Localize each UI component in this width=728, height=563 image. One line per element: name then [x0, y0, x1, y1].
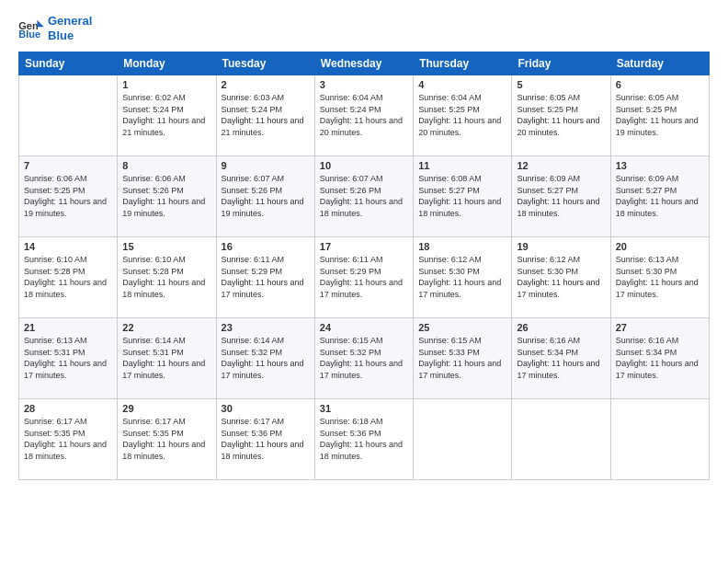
day-number: 22	[122, 322, 210, 333]
col-header-friday: Friday	[512, 52, 610, 75]
day-info: Sunrise: 6:13 AMSunset: 5:30 PMDaylight:…	[616, 254, 704, 300]
day-number: 20	[616, 241, 704, 252]
day-number: 2	[222, 79, 310, 90]
day-number: 19	[517, 241, 605, 252]
day-info: Sunrise: 6:14 AMSunset: 5:32 PMDaylight:…	[222, 335, 310, 381]
day-number: 4	[418, 79, 506, 90]
day-info: Sunrise: 6:05 AMSunset: 5:25 PMDaylight:…	[517, 92, 605, 138]
day-info: Sunrise: 6:17 AMSunset: 5:35 PMDaylight:…	[24, 416, 112, 462]
day-number: 24	[320, 322, 408, 333]
calendar-week-row: 28Sunrise: 6:17 AMSunset: 5:35 PMDayligh…	[19, 399, 710, 480]
calendar-cell: 12Sunrise: 6:09 AMSunset: 5:27 PMDayligh…	[512, 156, 610, 237]
calendar-cell	[19, 75, 118, 156]
day-info: Sunrise: 6:02 AMSunset: 5:24 PMDaylight:…	[122, 92, 210, 138]
calendar-cell: 26Sunrise: 6:16 AMSunset: 5:34 PMDayligh…	[512, 318, 610, 399]
calendar-cell	[512, 399, 610, 480]
day-number: 29	[122, 403, 210, 414]
day-info: Sunrise: 6:11 AMSunset: 5:29 PMDaylight:…	[222, 254, 310, 300]
day-info: Sunrise: 6:09 AMSunset: 5:27 PMDaylight:…	[616, 173, 704, 219]
day-info: Sunrise: 6:12 AMSunset: 5:30 PMDaylight:…	[418, 254, 506, 300]
calendar-cell: 4Sunrise: 6:04 AMSunset: 5:25 PMDaylight…	[414, 75, 512, 156]
day-info: Sunrise: 6:09 AMSunset: 5:27 PMDaylight:…	[517, 173, 605, 219]
day-number: 6	[616, 79, 704, 90]
day-number: 15	[122, 241, 210, 252]
day-info: Sunrise: 6:04 AMSunset: 5:24 PMDaylight:…	[320, 92, 408, 138]
logo-icon: Gen Blue	[18, 18, 44, 39]
day-number: 21	[24, 322, 112, 333]
day-info: Sunrise: 6:07 AMSunset: 5:26 PMDaylight:…	[320, 173, 408, 219]
calendar-cell: 7Sunrise: 6:06 AMSunset: 5:25 PMDaylight…	[19, 156, 118, 237]
day-info: Sunrise: 6:12 AMSunset: 5:30 PMDaylight:…	[517, 254, 605, 300]
logo-text: GeneralBlue	[48, 14, 92, 42]
calendar-cell: 24Sunrise: 6:15 AMSunset: 5:32 PMDayligh…	[314, 318, 413, 399]
svg-text:Blue: Blue	[18, 29, 40, 39]
calendar-cell: 19Sunrise: 6:12 AMSunset: 5:30 PMDayligh…	[512, 237, 610, 318]
calendar-cell: 16Sunrise: 6:11 AMSunset: 5:29 PMDayligh…	[216, 237, 314, 318]
calendar-cell: 18Sunrise: 6:12 AMSunset: 5:30 PMDayligh…	[414, 237, 512, 318]
col-header-wednesday: Wednesday	[314, 52, 413, 75]
day-info: Sunrise: 6:08 AMSunset: 5:27 PMDaylight:…	[418, 173, 506, 219]
day-number: 11	[418, 160, 506, 171]
calendar-cell: 20Sunrise: 6:13 AMSunset: 5:30 PMDayligh…	[610, 237, 709, 318]
day-info: Sunrise: 6:14 AMSunset: 5:31 PMDaylight:…	[122, 335, 210, 381]
day-number: 8	[122, 160, 210, 171]
day-info: Sunrise: 6:11 AMSunset: 5:29 PMDaylight:…	[320, 254, 408, 300]
calendar-cell: 8Sunrise: 6:06 AMSunset: 5:26 PMDaylight…	[118, 156, 216, 237]
calendar-cell: 1Sunrise: 6:02 AMSunset: 5:24 PMDaylight…	[118, 75, 216, 156]
day-info: Sunrise: 6:16 AMSunset: 5:34 PMDaylight:…	[517, 335, 605, 381]
day-number: 3	[320, 79, 408, 90]
day-number: 9	[222, 160, 310, 171]
day-info: Sunrise: 6:15 AMSunset: 5:33 PMDaylight:…	[418, 335, 506, 381]
day-info: Sunrise: 6:10 AMSunset: 5:28 PMDaylight:…	[24, 254, 112, 300]
day-number: 31	[320, 403, 408, 414]
col-header-monday: Monday	[118, 52, 216, 75]
calendar-cell: 2Sunrise: 6:03 AMSunset: 5:24 PMDaylight…	[216, 75, 314, 156]
calendar-cell: 13Sunrise: 6:09 AMSunset: 5:27 PMDayligh…	[610, 156, 709, 237]
calendar-cell: 5Sunrise: 6:05 AMSunset: 5:25 PMDaylight…	[512, 75, 610, 156]
header: Gen Blue GeneralBlue	[18, 14, 710, 42]
day-number: 23	[222, 322, 310, 333]
svg-marker-2	[37, 19, 43, 26]
col-header-tuesday: Tuesday	[216, 52, 314, 75]
calendar-cell	[414, 399, 512, 480]
calendar-cell: 11Sunrise: 6:08 AMSunset: 5:27 PMDayligh…	[414, 156, 512, 237]
calendar-cell: 6Sunrise: 6:05 AMSunset: 5:25 PMDaylight…	[610, 75, 709, 156]
calendar-cell: 17Sunrise: 6:11 AMSunset: 5:29 PMDayligh…	[314, 237, 413, 318]
day-number: 5	[517, 79, 605, 90]
logo: Gen Blue GeneralBlue	[18, 14, 92, 42]
calendar-cell: 28Sunrise: 6:17 AMSunset: 5:35 PMDayligh…	[19, 399, 118, 480]
calendar-header-row: SundayMondayTuesdayWednesdayThursdayFrid…	[19, 52, 710, 75]
day-info: Sunrise: 6:13 AMSunset: 5:31 PMDaylight:…	[24, 335, 112, 381]
day-number: 1	[122, 79, 210, 90]
calendar-cell: 25Sunrise: 6:15 AMSunset: 5:33 PMDayligh…	[414, 318, 512, 399]
calendar-cell: 29Sunrise: 6:17 AMSunset: 5:35 PMDayligh…	[118, 399, 216, 480]
day-info: Sunrise: 6:17 AMSunset: 5:36 PMDaylight:…	[222, 416, 310, 462]
calendar-cell: 9Sunrise: 6:07 AMSunset: 5:26 PMDaylight…	[216, 156, 314, 237]
calendar-cell: 31Sunrise: 6:18 AMSunset: 5:36 PMDayligh…	[314, 399, 413, 480]
calendar-cell: 3Sunrise: 6:04 AMSunset: 5:24 PMDaylight…	[314, 75, 413, 156]
day-info: Sunrise: 6:03 AMSunset: 5:24 PMDaylight:…	[222, 92, 310, 138]
calendar-cell: 27Sunrise: 6:16 AMSunset: 5:34 PMDayligh…	[610, 318, 709, 399]
day-info: Sunrise: 6:04 AMSunset: 5:25 PMDaylight:…	[418, 92, 506, 138]
day-info: Sunrise: 6:16 AMSunset: 5:34 PMDaylight:…	[616, 335, 704, 381]
day-number: 10	[320, 160, 408, 171]
col-header-sunday: Sunday	[19, 52, 118, 75]
day-number: 13	[616, 160, 704, 171]
day-number: 28	[24, 403, 112, 414]
calendar-cell: 21Sunrise: 6:13 AMSunset: 5:31 PMDayligh…	[19, 318, 118, 399]
col-header-saturday: Saturday	[610, 52, 709, 75]
day-number: 14	[24, 241, 112, 252]
calendar-week-row: 14Sunrise: 6:10 AMSunset: 5:28 PMDayligh…	[19, 237, 710, 318]
day-info: Sunrise: 6:15 AMSunset: 5:32 PMDaylight:…	[320, 335, 408, 381]
calendar-cell: 22Sunrise: 6:14 AMSunset: 5:31 PMDayligh…	[118, 318, 216, 399]
day-info: Sunrise: 6:06 AMSunset: 5:26 PMDaylight:…	[122, 173, 210, 219]
calendar-cell	[610, 399, 709, 480]
day-info: Sunrise: 6:18 AMSunset: 5:36 PMDaylight:…	[320, 416, 408, 462]
day-number: 12	[517, 160, 605, 171]
calendar-cell: 14Sunrise: 6:10 AMSunset: 5:28 PMDayligh…	[19, 237, 118, 318]
calendar-cell: 15Sunrise: 6:10 AMSunset: 5:28 PMDayligh…	[118, 237, 216, 318]
day-info: Sunrise: 6:05 AMSunset: 5:25 PMDaylight:…	[616, 92, 704, 138]
calendar-week-row: 1Sunrise: 6:02 AMSunset: 5:24 PMDaylight…	[19, 75, 710, 156]
day-info: Sunrise: 6:07 AMSunset: 5:26 PMDaylight:…	[222, 173, 310, 219]
day-number: 17	[320, 241, 408, 252]
